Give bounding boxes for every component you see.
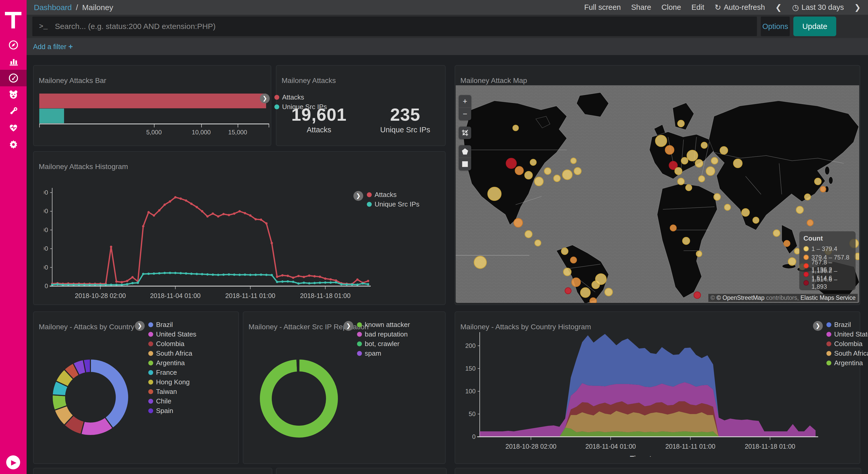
bar-attacks[interactable] (39, 94, 266, 108)
svg-text:2018-11-18 01:00: 2018-11-18 01:00 (745, 443, 796, 450)
sidebar-item-wrench[interactable] (0, 103, 27, 119)
legend-item[interactable]: Unique Src IPs (367, 201, 419, 208)
fit-bounds-icon[interactable] (459, 127, 471, 139)
gear-icon (8, 139, 19, 150)
legend-color-dot (803, 246, 809, 251)
legend-color-dot (827, 351, 831, 356)
legend-item[interactable]: Attacks (274, 94, 327, 101)
chevron-left-icon[interactable]: ❮ (775, 3, 782, 12)
sidebar-item-dashboard-gauge[interactable] (0, 70, 27, 86)
zoom-in-button[interactable]: + (459, 95, 471, 108)
legend-item[interactable]: spam (357, 350, 410, 357)
country-area-chart[interactable]: 0501001502002018-10-28 02:002018-11-04 0… (466, 327, 822, 457)
legend-item[interactable]: Argentina (827, 359, 868, 366)
add-filter-link[interactable]: Add a filter + (33, 42, 73, 51)
bar-unique-src-ips[interactable] (39, 109, 64, 123)
legend-toggle-button[interactable]: ❯ (344, 321, 353, 331)
svg-text:2018-11-18 01:00: 2018-11-18 01:00 (300, 292, 350, 299)
panel-title: Mailoney Attacks Bar (39, 77, 106, 85)
menu-item-full-screen[interactable]: Full screen (584, 3, 621, 11)
breadcrumb-dashboard-link[interactable]: Dashboard (34, 3, 72, 12)
legend-item[interactable]: South Africa (148, 350, 196, 357)
legend-item[interactable]: South Africa (827, 350, 868, 357)
svg-text:150: 150 (466, 365, 475, 372)
reputation-donut-chart[interactable] (259, 358, 339, 439)
x-tick-label: 15,000 (228, 129, 247, 136)
menu-item-last-30-days[interactable]: ◷Last 30 days (792, 3, 844, 12)
menu-item-edit[interactable]: Edit (691, 3, 704, 11)
attacks-bar-chart[interactable]: 5,00010,00015,000 (39, 90, 269, 140)
legend-label: Colombia (156, 340, 184, 348)
attacks-line-chart[interactable]: 02004006008001,0002018-10-28 02:002018-1… (44, 183, 380, 304)
legend-item[interactable]: Brazil (827, 321, 868, 328)
legend-toggle-button[interactable]: ❯ (260, 94, 270, 103)
menu-item-auto-refresh[interactable]: ↻Auto-refresh (715, 3, 765, 12)
world-map[interactable]: + − Count 1 – 379.4379.4 – 757.8757.8 – … (456, 85, 859, 303)
svg-text:0: 0 (472, 433, 475, 440)
query-options-link[interactable]: Options (761, 17, 790, 36)
menu-item-label: Clone (661, 3, 681, 11)
legend-item[interactable]: Unique Src IPs (274, 103, 327, 110)
heartbeat-icon (8, 122, 19, 133)
legend-toggle-button[interactable]: ❯ (135, 321, 145, 331)
legend-color-dot (148, 389, 153, 394)
chevron-right-icon: ❯ (854, 3, 861, 12)
legend-item[interactable]: Argentina (148, 359, 196, 366)
menu-item-label: Edit (691, 3, 704, 11)
zoom-out-button[interactable]: − (459, 108, 471, 120)
svg-text:200: 200 (44, 264, 48, 271)
x-tick-label: 10,000 (192, 129, 211, 136)
openstreetmap-link[interactable]: © OpenStreetMap (716, 294, 765, 301)
elastic-maps-service-link[interactable]: Elastic Maps Service (801, 294, 856, 301)
legend-item[interactable]: United States (827, 331, 868, 338)
legend-toggle-button[interactable]: ❯ (353, 191, 363, 201)
chevron-right-icon[interactable]: ❯ (854, 3, 861, 12)
sidebar-item-compass[interactable] (0, 37, 27, 53)
legend-item[interactable]: Taiwan (148, 388, 196, 395)
legend-toggle-button[interactable]: ❯ (813, 321, 823, 331)
legend-color-dot (357, 351, 362, 356)
legend-label: bot, crawler (365, 340, 399, 348)
legend-item[interactable]: Attacks (367, 191, 419, 198)
legend-label: Taiwan (156, 388, 177, 396)
country-donut-chart[interactable] (52, 358, 129, 436)
top-navbar: Dashboard / Mailoney Full screenShareClo… (27, 0, 868, 15)
draw-polygon-button[interactable] (459, 145, 471, 158)
legend-item[interactable]: United States (148, 331, 196, 338)
sidebar-expand-button[interactable]: ▶ (6, 455, 20, 469)
legend-label: France (156, 368, 177, 377)
sidebar-item-gear[interactable] (0, 136, 27, 152)
panel-title: Mailoney Attacks Histogram (39, 162, 128, 171)
sidebar-item-heartbeat[interactable] (0, 119, 27, 136)
sidebar-item-bar-chart[interactable] (0, 53, 27, 70)
next-row-panel (455, 468, 861, 474)
legend-item[interactable]: Spain (148, 407, 196, 414)
search-input[interactable] (55, 22, 750, 31)
legend-color-dot (803, 280, 809, 286)
sidebar-item-honeypot-bear[interactable] (0, 86, 27, 103)
legend-item[interactable]: Colombia (148, 340, 196, 347)
draw-rectangle-button[interactable] (459, 158, 471, 170)
update-button[interactable]: Update (793, 17, 836, 36)
legend-item[interactable]: France (148, 369, 196, 376)
legend-color-dot (148, 360, 153, 365)
panel-title: Mailoney Attack Map (460, 77, 527, 85)
legend-label: known attacker (365, 321, 410, 329)
legend-item[interactable]: bad reputation (357, 331, 410, 338)
reputation-legend: known attackerbad reputationbot, crawler… (357, 321, 410, 357)
refresh-icon: ↻ (715, 3, 721, 12)
map-attribution: © © OpenStreetMap contributors, Elastic … (708, 294, 858, 302)
map-fit-control (459, 127, 471, 139)
menu-item-clone[interactable]: Clone (661, 3, 681, 11)
legend-item[interactable]: Colombia (827, 340, 868, 347)
bar-chart-icon (8, 56, 19, 67)
map-count-legend: Count 1 – 379.4379.4 – 757.8757.8 – 1,13… (799, 231, 856, 290)
menu-item-share[interactable]: Share (631, 3, 651, 11)
legend-color-dot (827, 322, 831, 327)
legend-item[interactable]: Brazil (148, 321, 196, 328)
legend-item[interactable]: Chile (148, 397, 196, 405)
legend-item[interactable]: Hong Kong (148, 378, 196, 386)
panel-attacks-bar: Mailoney Attacks Bar 5,00010,00015,000 ❯… (33, 65, 271, 146)
legend-item[interactable]: known attacker (357, 321, 410, 328)
legend-item[interactable]: bot, crawler (357, 340, 410, 347)
